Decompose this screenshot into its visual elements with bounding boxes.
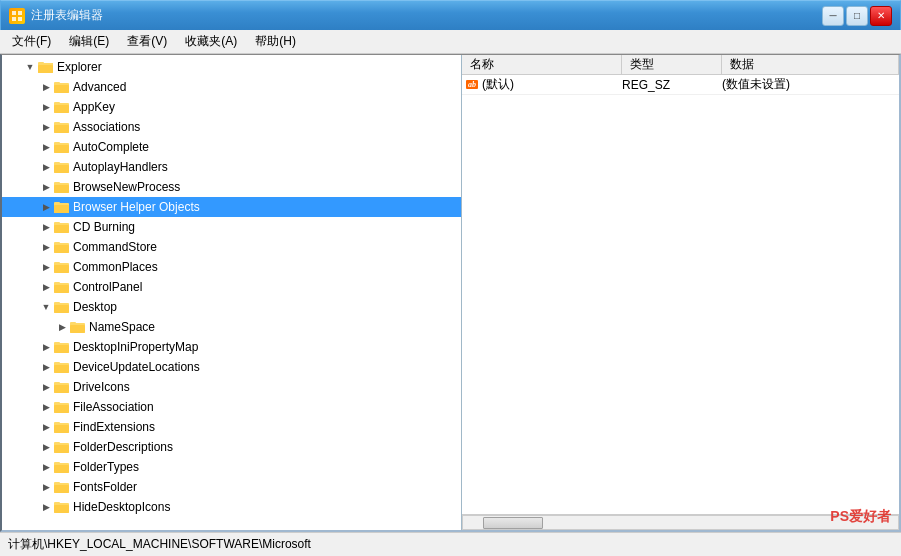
expand-icon-browsenewprocess: ▶ [38,179,54,195]
svg-rect-52 [54,362,60,365]
svg-rect-30 [54,225,69,233]
tree-item-explorer[interactable]: ▼ Explorer [2,57,461,77]
svg-rect-28 [54,202,60,205]
right-content[interactable]: ab (默认) REG_SZ (数值未设置) [462,75,899,514]
tree-item-driveicons[interactable]: ▶ DriveIcons [2,377,461,397]
folder-icon-hidedesktopicons [54,500,70,514]
svg-rect-18 [54,145,69,153]
svg-rect-24 [54,185,69,193]
svg-rect-63 [54,445,69,453]
hscroll-thumb[interactable] [483,517,543,529]
svg-rect-33 [54,245,69,253]
expand-icon-explorer: ▼ [22,59,38,75]
tree-label-findextensions: FindExtensions [73,420,155,434]
menu-edit[interactable]: 编辑(E) [61,31,117,52]
folder-icon-appkey [54,100,70,114]
menu-file[interactable]: 文件(F) [4,31,59,52]
col-header-data: 数据 [722,55,899,74]
svg-rect-46 [70,322,76,325]
svg-rect-0 [12,11,16,15]
tree-item-autocomplete[interactable]: ▶ AutoComplete [2,137,461,157]
expand-icon-findextensions: ▶ [38,419,54,435]
maximize-button[interactable]: □ [846,6,868,26]
table-row[interactable]: ab (默认) REG_SZ (数值未设置) [462,75,899,95]
folder-icon-desktopinipropertymap [54,340,70,354]
tree-label-fontsfolder: FontsFolder [73,480,137,494]
tree-item-hidedesktopicons[interactable]: ▶ HideDesktopIcons [2,497,461,517]
svg-rect-61 [54,422,60,425]
tree-item-foldertypes[interactable]: ▶ FolderTypes [2,457,461,477]
tree-item-advanced[interactable]: ▶ Advanced [2,77,461,97]
folder-icon-browsenewprocess [54,180,70,194]
expand-icon-namespace: ▶ [54,319,70,335]
tree-label-associations: Associations [73,120,140,134]
tree-item-controlpanel[interactable]: ▶ ControlPanel [2,277,461,297]
cell-value: (数值未设置) [722,76,895,93]
folder-icon-desktop [54,300,70,314]
close-button[interactable]: ✕ [870,6,892,26]
tree-label-browserhelperobjects: Browser Helper Objects [73,200,200,214]
title-left: 注册表编辑器 [9,7,103,24]
tree-item-deviceupdatelocations[interactable]: ▶ DeviceUpdateLocations [2,357,461,377]
svg-rect-54 [54,385,69,393]
svg-rect-21 [54,165,69,173]
tree-item-namespace[interactable]: ▶ NameSpace [2,317,461,337]
svg-rect-43 [54,302,60,305]
svg-rect-57 [54,405,69,413]
tree-item-fileassociation[interactable]: ▶ FileAssociation [2,397,461,417]
svg-rect-10 [54,82,60,85]
tree-label-hidedesktopicons: HideDesktopIcons [73,500,170,514]
menu-favorites[interactable]: 收藏夹(A) [177,31,245,52]
folder-icon-findextensions [54,420,70,434]
expand-icon-controlpanel: ▶ [38,279,54,295]
menu-view[interactable]: 查看(V) [119,31,175,52]
tree-label-folderdescriptions: FolderDescriptions [73,440,173,454]
folder-icon-deviceupdatelocations [54,360,70,374]
svg-rect-72 [54,505,69,513]
svg-rect-25 [54,182,60,185]
window-controls: ─ □ ✕ [822,6,892,26]
tree-label-autoplayhandlers: AutoplayHandlers [73,160,168,174]
svg-rect-48 [54,345,69,353]
tree-label-commandstore: CommandStore [73,240,157,254]
tree-item-desktopinipropertymap[interactable]: ▶ DesktopIniPropertyMap [2,337,461,357]
tree-item-desktop[interactable]: ▼ Desktop [2,297,461,317]
folder-icon-autoplayhandlers [54,160,70,174]
folder-icon-browserhelperobjects [54,200,70,214]
svg-rect-70 [54,482,60,485]
tree-item-commandstore[interactable]: ▶ CommandStore [2,237,461,257]
tree-panel: ▼ Explorer ▶ Advanced ▶ [2,55,462,530]
tree-item-folderdescriptions[interactable]: ▶ FolderDescriptions [2,437,461,457]
svg-rect-2 [12,17,16,21]
tree-item-fontsfolder[interactable]: ▶ FontsFolder [2,477,461,497]
tree-item-autoplayhandlers[interactable]: ▶ AutoplayHandlers [2,157,461,177]
folder-icon-associations [54,120,70,134]
tree-item-associations[interactable]: ▶ Associations [2,117,461,137]
folder-icon-advanced [54,80,70,94]
svg-rect-45 [70,325,85,333]
tree-scroll[interactable]: ▼ Explorer ▶ Advanced ▶ [2,55,461,530]
tree-label-foldertypes: FolderTypes [73,460,139,474]
svg-rect-31 [54,222,60,225]
status-text: 计算机\HKEY_LOCAL_MACHINE\SOFTWARE\Microsof… [8,536,311,553]
expand-icon-autoplayhandlers: ▶ [38,159,54,175]
minimize-button[interactable]: ─ [822,6,844,26]
menu-help[interactable]: 帮助(H) [247,31,304,52]
svg-rect-13 [54,102,60,105]
tree-item-cdburning[interactable]: ▶ CD Burning [2,217,461,237]
status-bar: 计算机\HKEY_LOCAL_MACHINE\SOFTWARE\Microsof… [0,532,901,556]
tree-item-browserhelperobjects[interactable]: ▶ Browser Helper Objects [2,197,461,217]
watermark: PS爱好者 [830,508,891,526]
svg-rect-40 [54,282,60,285]
tree-item-appkey[interactable]: ▶ AppKey [2,97,461,117]
tree-item-browsenewprocess[interactable]: ▶ BrowseNewProcess [2,177,461,197]
folder-icon-namespace [70,320,86,334]
tree-item-commonplaces[interactable]: ▶ CommonPlaces [2,257,461,277]
folder-icon-cdburning [54,220,70,234]
folder-icon-foldertypes [54,460,70,474]
tree-label-advanced: Advanced [73,80,126,94]
cell-name-text: (默认) [482,76,514,93]
menu-bar: 文件(F) 编辑(E) 查看(V) 收藏夹(A) 帮助(H) [0,30,901,54]
expand-icon-folderdescriptions: ▶ [38,439,54,455]
tree-item-findextensions[interactable]: ▶ FindExtensions [2,417,461,437]
